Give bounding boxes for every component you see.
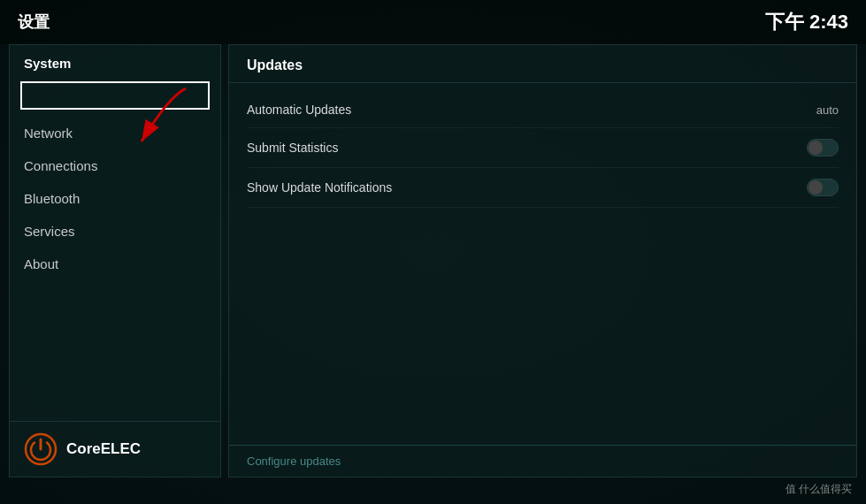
content-header: Updates	[229, 45, 856, 83]
sidebar: System Network Connections Bluetooth Ser…	[9, 44, 221, 477]
content-footer: Configure updates	[229, 445, 856, 477]
app-title: 设置	[18, 11, 50, 33]
update-notifications-toggle[interactable]	[807, 179, 839, 196]
sidebar-header: System	[10, 45, 220, 78]
submit-statistics-label: Submit Statistics	[247, 141, 338, 155]
update-notifications-label: Show Update Notifications	[247, 180, 392, 195]
sidebar-item-services[interactable]: Services	[10, 215, 220, 248]
sidebar-footer: CoreELEC	[10, 421, 220, 477]
sidebar-item-network[interactable]: Network	[10, 117, 220, 149]
automatic-updates-value[interactable]: auto	[816, 103, 839, 117]
automatic-updates-label: Automatic Updates	[247, 103, 351, 117]
content-panel: Updates Automatic Updates auto Submit St…	[228, 44, 857, 477]
setting-row-submit-statistics: Submit Statistics	[247, 128, 839, 168]
coreelec-label: CoreELEC	[66, 440, 141, 458]
setting-row-automatic-updates: Automatic Updates auto	[247, 92, 839, 128]
main-layout: System Network Connections Bluetooth Ser…	[9, 44, 857, 477]
sidebar-selected-indicator	[20, 81, 210, 110]
content-hint: Configure updates	[247, 454, 341, 468]
sidebar-item-about[interactable]: About	[10, 248, 220, 280]
submit-statistics-toggle[interactable]	[807, 139, 839, 157]
watermark: 值 什么值得买	[786, 482, 852, 497]
coreelec-icon	[24, 432, 57, 466]
topbar: 设置 下午 2:43	[0, 0, 866, 44]
sidebar-item-connections[interactable]: Connections	[10, 149, 220, 182]
sidebar-item-bluetooth[interactable]: Bluetooth	[10, 182, 220, 215]
clock: 下午 2:43	[765, 9, 848, 35]
setting-row-update-notifications: Show Update Notifications	[247, 168, 839, 208]
content-body: Automatic Updates auto Submit Statistics…	[229, 83, 856, 445]
